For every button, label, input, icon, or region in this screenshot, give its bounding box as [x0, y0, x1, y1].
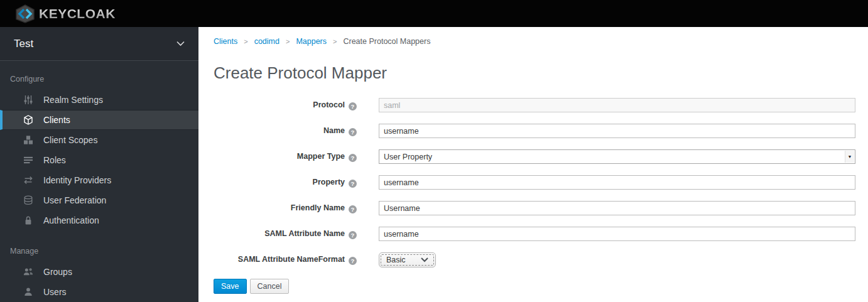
sidebar-item-users[interactable]: Users — [0, 282, 198, 302]
form-buttons: SaveCancel — [214, 279, 855, 294]
sidebar-item-label: Groups — [43, 267, 72, 277]
cubes-icon — [23, 135, 34, 145]
form-row-property: Property? — [214, 175, 855, 190]
help-icon[interactable]: ? — [349, 154, 357, 162]
field-label: SAML Attribute NameFormat — [238, 255, 345, 264]
list-icon — [23, 155, 34, 165]
form-row-saml-attribute-nameformat: SAML Attribute NameFormat?Basic — [214, 252, 855, 267]
breadcrumb: Clients>codimd>Mappers>Create Protocol M… — [214, 37, 855, 46]
keycloak-hexagon-icon — [13, 4, 38, 24]
breadcrumb-link-mappers[interactable]: Mappers — [296, 37, 327, 46]
help-icon[interactable]: ? — [349, 231, 357, 239]
help-icon[interactable]: ? — [349, 180, 357, 188]
help-icon[interactable]: ? — [349, 205, 357, 213]
sidebar-item-label: Identity Providers — [43, 175, 111, 185]
saml-attribute-nameformat-select[interactable]: Basic — [379, 252, 436, 267]
breadcrumb-link-codimd[interactable]: codimd — [254, 37, 279, 46]
sidebar-item-label: Client Scopes — [43, 135, 97, 145]
sidebar-item-label: Clients — [43, 115, 70, 125]
sidebar-section-label: Configure — [0, 67, 198, 90]
help-icon[interactable]: ? — [349, 102, 357, 111]
mapper-type-select[interactable]: User Property▼ — [379, 149, 855, 164]
realm-name: Test — [14, 38, 33, 50]
name-input[interactable] — [379, 124, 855, 138]
chevron-down-icon — [421, 257, 428, 262]
chevron-down-icon — [176, 41, 185, 46]
sidebar-section-label: Manage — [0, 239, 198, 262]
page-title: Create Protocol Mapper — [214, 63, 855, 83]
sidebar: Test ConfigureRealm SettingsClientsClien… — [0, 27, 198, 302]
breadcrumb-separator: > — [333, 38, 337, 45]
main-content: Clients>codimd>Mappers>Create Protocol M… — [198, 27, 868, 302]
sidebar-item-label: Roles — [43, 155, 66, 165]
save-button[interactable]: Save — [214, 279, 247, 294]
sidebar-item-user-federation[interactable]: User Federation — [0, 190, 198, 210]
form-row-name: Name? — [214, 124, 855, 138]
sidebar-item-clients[interactable]: Clients — [0, 110, 198, 130]
field-label: SAML Attribute Name — [264, 229, 345, 238]
sidebar-item-label: Authentication — [43, 215, 99, 225]
lock-icon — [23, 215, 34, 225]
form-row-saml-attribute-name: SAML Attribute Name? — [214, 227, 855, 241]
user-icon — [23, 287, 34, 297]
form-row-friendly-name: Friendly Name? — [214, 201, 855, 215]
breadcrumb-current: Create Protocol Mappers — [343, 37, 430, 46]
sidebar-item-groups[interactable]: Groups — [0, 262, 198, 282]
field-label: Name — [323, 126, 345, 135]
database-icon — [23, 195, 34, 205]
help-icon[interactable]: ? — [349, 257, 357, 265]
field-label: Protocol — [313, 100, 345, 109]
saml-attribute-name-input[interactable] — [379, 227, 855, 241]
sidebar-item-authentication[interactable]: Authentication — [0, 210, 198, 230]
create-protocol-mapper-form: Protocol?Name?Mapper Type?User Property▼… — [214, 98, 855, 294]
cube-icon — [23, 115, 34, 125]
logo-text: KEYCLOAK — [39, 6, 116, 21]
form-row-protocol: Protocol? — [214, 98, 855, 112]
friendly-name-input[interactable] — [379, 201, 855, 215]
sidebar-item-label: User Federation — [43, 195, 106, 205]
sidebar-item-roles[interactable]: Roles — [0, 150, 198, 170]
field-label: Property — [313, 178, 345, 186]
protocol-input[interactable] — [379, 98, 855, 112]
sidebar-nav: ConfigureRealm SettingsClientsClient Sco… — [0, 61, 198, 302]
property-input[interactable] — [379, 175, 855, 190]
sidebar-item-realm-settings[interactable]: Realm Settings — [0, 90, 198, 110]
field-label: Friendly Name — [291, 203, 345, 212]
breadcrumb-separator: > — [244, 38, 247, 45]
breadcrumb-link-clients[interactable]: Clients — [214, 37, 237, 46]
exchange-icon — [23, 175, 34, 185]
keycloak-logo[interactable]: KEYCLOAK — [13, 4, 116, 24]
breadcrumb-separator: > — [286, 38, 290, 45]
field-label: Mapper Type — [297, 152, 345, 161]
dropdown-arrow-icon: ▼ — [845, 151, 854, 163]
top-header: KEYCLOAK — [0, 0, 868, 27]
sidebar-item-label: Realm Settings — [43, 95, 103, 105]
realm-selector[interactable]: Test — [0, 27, 198, 61]
sidebar-item-label: Users — [43, 287, 67, 297]
sidebar-item-identity-providers[interactable]: Identity Providers — [0, 170, 198, 190]
sliders-icon — [23, 95, 34, 105]
group-icon — [23, 267, 34, 277]
form-row-mapper-type: Mapper Type?User Property▼ — [214, 149, 855, 164]
sidebar-item-client-scopes[interactable]: Client Scopes — [0, 130, 198, 150]
app-window: KEYCLOAK Test ConfigureRealm SettingsCli… — [0, 0, 868, 302]
cancel-button[interactable]: Cancel — [250, 279, 290, 294]
help-icon[interactable]: ? — [349, 128, 357, 136]
